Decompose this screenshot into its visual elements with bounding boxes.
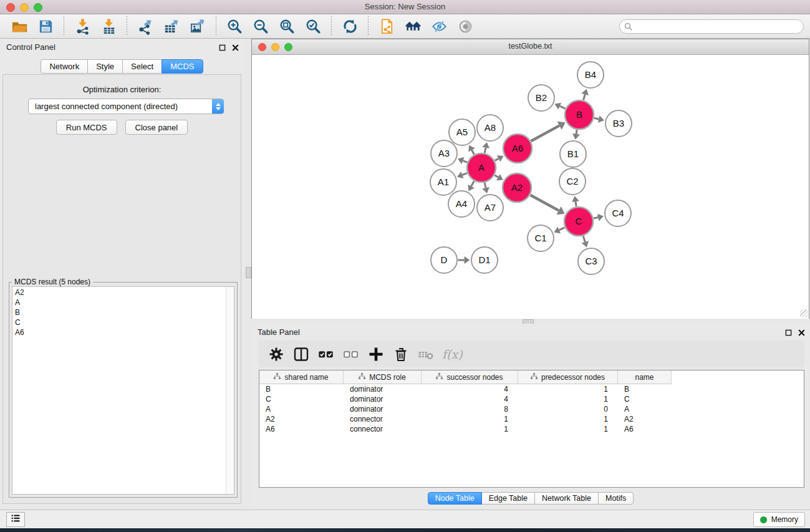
graph-edge-B-B3[interactable] (594, 118, 599, 119)
graph-edge-C-C4[interactable] (594, 218, 598, 218)
graph-node-A[interactable]: A (467, 153, 496, 182)
tab-network[interactable]: Network (41, 59, 88, 74)
tab-style[interactable]: Style (87, 59, 123, 74)
graph-node-C2[interactable]: C2 (559, 168, 586, 195)
result-scrollbar[interactable] (226, 287, 234, 494)
close-panel-button[interactable]: Close panel (125, 120, 188, 135)
open-session-icon[interactable] (10, 17, 29, 36)
graph-node-A5[interactable]: A5 (449, 119, 475, 145)
float-table-panel-icon[interactable] (785, 327, 792, 339)
split-columns-icon[interactable] (291, 344, 312, 365)
column-header-name[interactable]: name (618, 370, 672, 384)
close-panel-icon[interactable] (232, 42, 239, 54)
zoom-in-icon[interactable] (225, 17, 244, 36)
result-list-item[interactable]: A2 (15, 288, 223, 297)
graph-node-C3[interactable]: C3 (578, 248, 604, 274)
result-list-item[interactable]: A6 (15, 327, 223, 337)
result-list-item[interactable]: A (15, 297, 223, 307)
task-history-button[interactable] (6, 512, 25, 527)
tab-network-table[interactable]: Network Table (534, 492, 599, 505)
result-list-item[interactable]: C (15, 317, 223, 327)
graph-node-A8[interactable]: A8 (477, 115, 503, 141)
delete-columns-icon[interactable] (390, 344, 412, 365)
graph-node-A3[interactable]: A3 (431, 140, 457, 167)
graph-edge-A-A6[interactable] (495, 158, 499, 160)
memory-button[interactable]: Memory (753, 512, 805, 527)
zoom-fit-icon[interactable] (277, 17, 296, 36)
select-all-columns-icon[interactable] (316, 344, 337, 365)
float-panel-icon[interactable] (219, 42, 226, 54)
graph-edge-C-C3[interactable] (583, 236, 585, 242)
graph-node-D[interactable]: D (431, 247, 457, 273)
open-network-file-icon[interactable] (377, 17, 396, 36)
column-header-shared-name[interactable]: shared name (259, 370, 344, 384)
refresh-layout-icon[interactable] (340, 17, 359, 36)
tab-node-table[interactable]: Node Table (428, 492, 482, 505)
table-settings-gear-icon[interactable] (266, 344, 287, 365)
graph-edge-B-B2[interactable] (560, 106, 566, 109)
close-table-panel-icon[interactable] (798, 327, 805, 339)
export-network-icon[interactable] (136, 17, 155, 36)
graph-edge-A-A1[interactable] (462, 173, 467, 175)
graph-node-B[interactable]: B (565, 100, 594, 129)
graph-node-B2[interactable]: B2 (528, 85, 554, 111)
table-row[interactable]: A2connector11A2 (259, 414, 804, 424)
graph-node-A6[interactable]: A6 (503, 134, 532, 163)
graph-node-A7[interactable]: A7 (477, 195, 503, 221)
export-table-icon[interactable] (162, 17, 181, 36)
column-header-MCDS-role[interactable]: MCDS role (344, 370, 422, 384)
graph-edge-A2-C[interactable] (531, 195, 559, 211)
graph-edge-A-A7[interactable] (485, 183, 486, 188)
import-network-icon[interactable] (73, 17, 92, 36)
tab-mcds[interactable]: MCDS (162, 59, 203, 74)
table-row[interactable]: A6connector11A6 (259, 424, 804, 434)
graph-edge-B-B4[interactable] (584, 94, 586, 100)
graph-edge-A-A5[interactable] (472, 150, 475, 155)
graph-edge-A-A4[interactable] (471, 181, 474, 186)
graph-node-A4[interactable]: A4 (448, 191, 475, 217)
graph-edge-A-A3[interactable] (463, 161, 467, 163)
node-table[interactable]: shared nameMCDS rolesuccessor nodesprede… (259, 370, 804, 488)
table-row[interactable]: Bdominator41B (259, 384, 804, 394)
zoom-selected-icon[interactable] (304, 17, 322, 36)
column-header-predecessor-nodes[interactable]: predecessor nodes (518, 370, 618, 384)
run-mcds-button[interactable]: Run MCDS (56, 120, 117, 135)
graph-edge-C-C1[interactable] (559, 228, 565, 230)
network-canvas[interactable]: B4B2BB3A8A5A6A3B1AC2A1A2A4A7C4CC1DD1C3 (252, 55, 809, 319)
result-list-item[interactable]: B (15, 307, 223, 317)
delete-table-icon (415, 344, 436, 365)
resize-grip-icon[interactable] (800, 309, 808, 317)
graph-node-C[interactable]: C (564, 207, 593, 236)
deselect-all-columns-icon[interactable] (340, 344, 362, 365)
criterion-dropdown[interactable]: largest connected component (directed) (28, 99, 224, 114)
home-icon[interactable] (403, 17, 422, 36)
tab-select[interactable]: Select (122, 59, 162, 74)
search-input[interactable] (619, 19, 804, 34)
table-row[interactable]: Adominator80A (259, 404, 804, 414)
zoom-out-icon[interactable] (251, 17, 270, 36)
create-column-icon[interactable] (365, 344, 387, 365)
graph-edge-A-A2[interactable] (494, 175, 498, 177)
export-image-icon[interactable] (188, 17, 207, 36)
save-session-icon[interactable] (36, 17, 55, 36)
graph-node-D1[interactable]: D1 (471, 247, 498, 273)
tab-motifs[interactable]: Motifs (598, 492, 634, 505)
graph-node-C4[interactable]: C4 (605, 200, 631, 226)
import-table-icon[interactable] (99, 17, 118, 36)
graph-node-C1[interactable]: C1 (528, 225, 554, 251)
column-header-successor-nodes[interactable]: successor nodes (422, 370, 518, 384)
graph-edge-C-C2[interactable] (576, 201, 576, 206)
tab-edge-table[interactable]: Edge Table (481, 492, 535, 505)
vertical-splitter-handle[interactable] (246, 267, 251, 278)
graph-node-B3[interactable]: B3 (605, 110, 632, 137)
graph-edge-A6-B[interactable] (531, 125, 560, 141)
graph-node-A2[interactable]: A2 (503, 173, 531, 202)
graph-edge-A-A8[interactable] (485, 148, 486, 153)
graph-node-B4[interactable]: B4 (577, 62, 604, 88)
table-row[interactable]: Cdominator41C (259, 394, 804, 404)
graph-edge-B-B1[interactable] (576, 130, 577, 134)
graph-node-A1[interactable]: A1 (430, 169, 456, 195)
graph-node-B1[interactable]: B1 (560, 141, 586, 167)
hide-graphics-details-icon[interactable] (430, 17, 448, 36)
mcds-result-list[interactable]: A2ABCA6 (12, 286, 234, 495)
